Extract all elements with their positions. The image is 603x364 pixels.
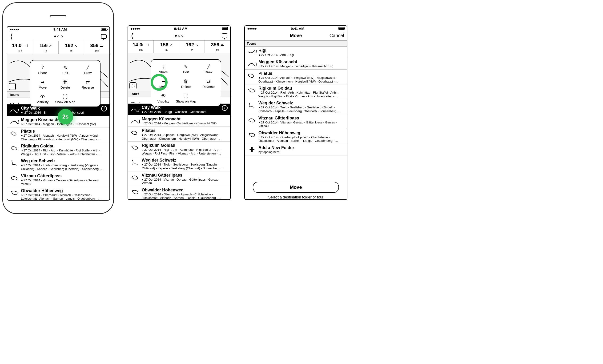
add-folder-row[interactable]: ✚ Add a New Folder by tapping here [245,144,347,155]
long-press-hint: 2s [58,109,73,124]
comment-button[interactable] [101,34,107,39]
delete-action[interactable]: 🗑Delete [175,76,197,91]
draw-action[interactable]: ╱Draw [77,62,99,77]
back-button[interactable]: ⟨ [131,32,134,40]
battery-icon [222,27,228,30]
battery-icon [338,27,345,30]
tour-title: Vitznau Gätterlipass [258,116,345,121]
tour-title: Meggen Küssnacht [258,59,345,65]
list-item[interactable]: Obwalder Höhenweg27 Oct 2014 - Oberhaupt… [128,186,230,200]
clock: 9:41 AM [53,27,67,31]
list-item[interactable]: Rigikulm Goldau27 Oct 2014 - Rigi - Arth… [245,84,347,99]
list-item[interactable]: Vitznau Gätterlipass27 Oct 2014 - Vitzna… [128,171,230,186]
tour-title: Rigikulm Goldau [21,144,108,149]
move-action[interactable]: ➦Move [31,77,54,91]
add-folder-title: Add a New Folder [258,145,345,150]
expand-map-button[interactable]: ⛶ [129,82,137,89]
signal-dots-icon: ●●●●● [130,27,140,31]
list-item[interactable]: Weg der Schweiz 27 Oct 2014 - Treib - Se… [7,157,109,172]
context-menu: ⇪Share ✎Edit ╱Draw ➦Move 🗑Delete ⇄Revers… [30,60,101,107]
visibility-action[interactable]: 👁Visibility [152,91,175,105]
back-button[interactable]: ⟨ [10,32,13,40]
tour-meta: 27 Oct 2014 - Alpnach - Hergiswil (NW) -… [142,133,228,140]
share-action[interactable]: ⇪Share [31,62,54,77]
show-on-map-action[interactable]: ⛶Show on Map [175,91,197,105]
tour-title: Obwalder Höhenweg [258,131,345,135]
info-button[interactable]: i [101,106,108,111]
info-button[interactable]: i [221,105,228,111]
expand-map-button[interactable]: ⛶ [9,83,16,90]
comment-button[interactable] [222,33,227,38]
stat-distance: 14.0⊢⊣km [7,41,33,54]
tour-meta: 27 Oct 2014 - Oberhaupt - Alpnach - Chil… [21,193,108,200]
tour-meta: 27 Oct 2014 - Vitznau - Gersau - Gätterl… [21,178,108,186]
tour-meta: 27 Oct 2016 - Brugg - Windisch - Gebensd… [142,110,220,114]
list-item[interactable]: Meggen Küssnacht27 Oct 2014 - Meggen - T… [128,115,230,127]
status-bar: ●●●●● 9:41 AM [7,27,109,32]
move-button[interactable]: Move [253,182,339,193]
cancel-button[interactable]: Cancel [329,33,344,38]
edit-icon: ✎ [184,64,188,70]
stat-ascent: 156 ↗m [33,41,58,54]
signal-dots-icon: ●●●●● [10,27,19,31]
expand-icon: ⛶ [63,94,68,100]
list-item[interactable]: Obwalder Höhenweg 27 Oct 2014 - Oberhaup… [7,187,109,200]
stats-row: 14.0⊢⊣km 156 ↗m 162 ↘m 356 ⛰pts [7,41,109,54]
tour-meta: 27 Oct 2014 - Rigi - Arth - Kulmhütte - … [142,148,228,155]
status-bar: ●●●●● 9:41 AM [245,26,347,31]
delete-icon: 🗑 [184,78,188,84]
status-bar: ●●●●● 9:41 AM [128,26,230,31]
reverse-action[interactable]: ⇄Reverse [77,77,99,91]
list-item[interactable]: Obwalder Höhenweg27 Oct 2014 - Oberhaupt… [245,129,347,144]
ruler-icon: ⊢⊣ [22,44,28,48]
tour-title: Vitznau Gätterlipass [142,173,228,178]
nav-bar: Move Cancel [245,31,347,40]
add-folder-meta: by tapping here [258,150,345,154]
move-icon: ➦ [41,79,45,85]
delete-icon: 🗑 [63,79,68,85]
tour-meta: 27 Oct 2014 - Treib - Seelisberg - Seeli… [142,163,228,170]
list-item[interactable]: Vitznau Gätterlipass27 Oct 2014 - Vitzna… [245,114,347,129]
tour-title: Obwalder Höhenweg [142,188,228,193]
share-action[interactable]: ⇪Share [152,62,175,76]
ascent-icon: ↗ [47,44,52,48]
visibility-action[interactable]: 👁Visibility [31,91,54,106]
list-item[interactable]: Rigi27 Oct 2014 - Arth - Rigi [245,46,347,58]
edit-action[interactable]: ✎Edit [175,62,197,76]
visibility-icon: 👁 [40,94,45,100]
screen-2: ●●●●● 9:41 AM ⟨ 14.0⊢⊣km 156 ↗m 162 ↘m 3… [128,25,231,200]
move-hint: Select a destination folder or tour [245,194,347,199]
pager-dots[interactable] [175,35,183,37]
pager-dots[interactable] [54,35,63,37]
delete-action[interactable]: 🗑Delete [54,77,77,91]
tour-title: Pilatus [142,128,228,133]
visibility-icon: 👁 [161,93,166,99]
tour-title: Vitznau Gätterlipass [21,174,108,178]
tour-meta: 27 Oct 2014 - Rigi - Arth - Kulmhütte - … [21,149,108,156]
reverse-icon: ⇄ [86,79,90,85]
tour-title: Rigi [258,48,345,53]
list-item[interactable]: Rigikulm Goldau 27 Oct 2014 - Rigi - Art… [7,142,109,157]
tour-meta: 27 Oct 2014 - Rigi - Arth - Kulmhütte - … [258,91,345,98]
tour-meta: 27 Oct 2014 - Meggen - Tschädigen - Küss… [142,121,228,125]
list-item[interactable]: Pilatus27 Oct 2014 - Alpnach - Hergiswil… [245,70,347,84]
share-icon: ⇪ [162,64,165,70]
edit-action[interactable]: ✎Edit [54,62,77,77]
list-item[interactable]: Pilatus 27 Oct 2014 - Alpnach - Hergiswi… [7,127,109,142]
move-highlight [151,74,168,91]
tour-meta: 27 Oct 2014 - Alpnach - Hergiswil (NW) -… [21,134,108,141]
list-item[interactable]: Rigikulm Goldau27 Oct 2014 - Rigi - Arth… [128,142,230,156]
reverse-action[interactable]: ⇄Reverse [197,76,220,91]
show-on-map-action[interactable]: ⛶Show on Map [54,91,77,106]
list-item[interactable]: Meggen Küssnacht27 Oct 2014 - Meggen - T… [245,58,347,70]
list-item[interactable]: Vitznau Gätterlipass 27 Oct 2014 - Vitzn… [7,172,109,187]
draw-action[interactable]: ╱Draw [197,62,220,76]
tours-header: Tours [245,40,347,46]
nav-bar: ⟨ [7,32,109,41]
stat-descent: 162 ↘m [58,41,84,54]
plus-icon: ✚ [247,145,257,154]
tour-title: Weg der Schweiz [21,158,108,164]
list-item[interactable]: Weg der Schweiz27 Oct 2014 - Treib - See… [245,99,347,114]
list-item[interactable]: Weg der Schweiz27 Oct 2014 - Treib - See… [128,156,230,171]
list-item[interactable]: Pilatus27 Oct 2014 - Alpnach - Hergiswil… [128,127,230,142]
